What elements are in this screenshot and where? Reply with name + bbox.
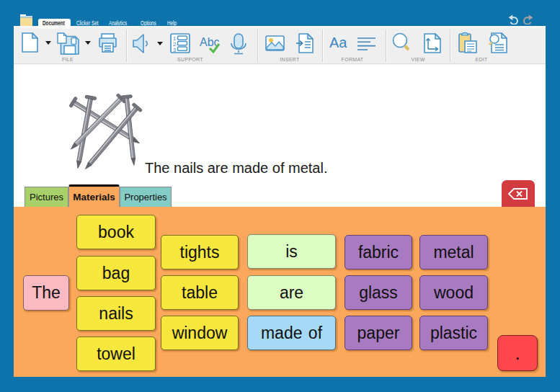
- svg-text:3: 3: [173, 47, 176, 53]
